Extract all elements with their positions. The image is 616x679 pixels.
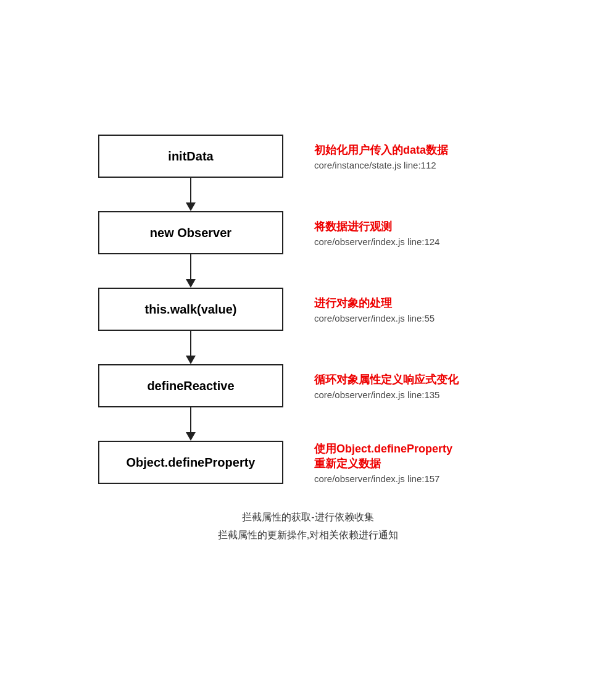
arrow-3 xyxy=(186,331,196,364)
annotation-spacer-4 xyxy=(289,407,524,441)
annotation-spacer-3 xyxy=(289,331,524,364)
box-column-2: new Observer xyxy=(92,211,289,254)
row-initdata: initData 初始化用户传入的data数据 core/instance/st… xyxy=(12,135,604,178)
bottom-text: 拦截属性的获取-进行依赖收集 拦截属性的更新操作,对相关依赖进行通知 xyxy=(218,509,398,544)
box-column-5: Object.defineProperty xyxy=(92,441,289,484)
box-newobserver: new Observer xyxy=(98,211,283,254)
annotation-newobserver: 将数据进行观测 core/observer/index.js line:124 xyxy=(289,219,524,247)
arrow-line-3 xyxy=(190,331,192,356)
diagram-container: initData 初始化用户传入的data数据 core/instance/st… xyxy=(0,110,616,569)
box-definereactive-label: defineReactive xyxy=(147,379,234,393)
box-newobserver-label: new Observer xyxy=(150,226,231,240)
arrow-row-3 xyxy=(12,331,604,364)
arrow-row-4 xyxy=(12,407,604,441)
annotation-spacer-2 xyxy=(289,254,524,288)
arrow-line-4 xyxy=(190,407,192,432)
box-definereactive: defineReactive xyxy=(98,364,283,407)
annotation-thiswalk: 进行对象的处理 core/observer/index.js line:55 xyxy=(289,296,524,323)
annotation-objectdefineproperty-title: 使用Object.defineProperty 重新定义数据 xyxy=(314,441,452,471)
arrow-1 xyxy=(186,178,196,211)
box-column-4: defineReactive xyxy=(92,364,289,407)
arrow-head-3 xyxy=(186,356,196,364)
annotation-spacer-1 xyxy=(289,178,524,211)
annotation-initdata-title: 初始化用户传入的data数据 xyxy=(314,143,448,157)
arrow-2 xyxy=(186,254,196,288)
annotation-definereactive: 循环对象属性定义响应式变化 core/observer/index.js lin… xyxy=(289,372,524,400)
annotation-definereactive-sub: core/observer/index.js line:135 xyxy=(314,389,439,400)
box-column-1: initData xyxy=(92,135,289,178)
box-objectdefineproperty: Object.defineProperty xyxy=(98,441,283,484)
arrow-col-1 xyxy=(92,178,289,211)
annotation-initdata-sub: core/instance/state.js line:112 xyxy=(314,160,436,170)
annotation-objectdefineproperty-sub: core/observer/index.js line:157 xyxy=(314,473,439,484)
annotation-newobserver-title: 将数据进行观测 xyxy=(314,219,392,234)
box-initdata: initData xyxy=(98,135,283,178)
annotation-objectdefineproperty: 使用Object.defineProperty 重新定义数据 core/obse… xyxy=(289,441,524,484)
row-thiswalk: this.walk(value) 进行对象的处理 core/observer/i… xyxy=(12,288,604,331)
box-thiswalk: this.walk(value) xyxy=(98,288,283,331)
arrow-head-1 xyxy=(186,202,196,211)
arrow-head-2 xyxy=(186,279,196,288)
arrow-4 xyxy=(186,407,196,441)
box-objectdefineproperty-label: Object.defineProperty xyxy=(127,456,256,470)
arrow-line-2 xyxy=(190,254,192,279)
annotation-thiswalk-title: 进行对象的处理 xyxy=(314,296,392,310)
bottom-line-2: 拦截属性的更新操作,对相关依赖进行通知 xyxy=(218,527,398,544)
annotation-initdata: 初始化用户传入的data数据 core/instance/state.js li… xyxy=(289,143,524,170)
arrow-head-4 xyxy=(186,432,196,441)
box-thiswalk-label: this.walk(value) xyxy=(145,302,237,317)
arrow-col-2 xyxy=(92,254,289,288)
annotation-thiswalk-sub: core/observer/index.js line:55 xyxy=(314,313,435,323)
arrow-col-3 xyxy=(92,331,289,364)
box-column-3: this.walk(value) xyxy=(92,288,289,331)
annotation-newobserver-sub: core/observer/index.js line:124 xyxy=(314,236,439,247)
arrow-row-1 xyxy=(12,178,604,211)
box-initdata-label: initData xyxy=(168,149,213,164)
arrow-line-1 xyxy=(190,178,192,202)
bottom-line-1: 拦截属性的获取-进行依赖收集 xyxy=(218,509,398,527)
arrow-col-4 xyxy=(92,407,289,441)
row-definereactive: defineReactive 循环对象属性定义响应式变化 core/observ… xyxy=(12,364,604,407)
arrow-row-2 xyxy=(12,254,604,288)
annotation-definereactive-title: 循环对象属性定义响应式变化 xyxy=(314,372,459,387)
row-newobserver: new Observer 将数据进行观测 core/observer/index… xyxy=(12,211,604,254)
row-objectdefineproperty: Object.defineProperty 使用Object.definePro… xyxy=(12,441,604,484)
